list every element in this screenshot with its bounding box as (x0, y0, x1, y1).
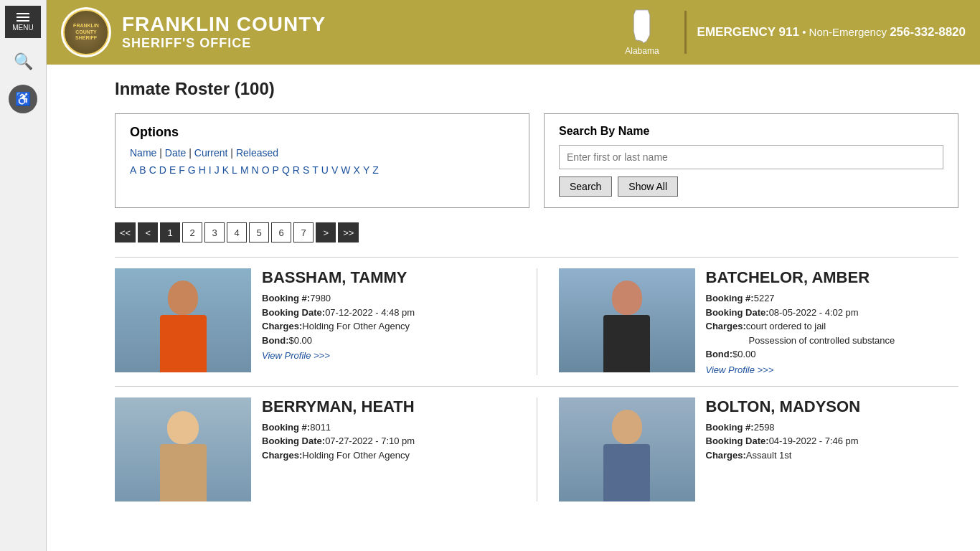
search-icon: 🔍 (14, 52, 33, 71)
inmate-charges: Charges:Holding For Other Agency (262, 319, 515, 334)
alpha-p[interactable]: P (273, 164, 279, 176)
card-divider (537, 397, 537, 501)
card-divider (537, 268, 537, 375)
search-icon-button[interactable]: 🔍 (5, 45, 41, 77)
inmate-photo-batchelor (559, 268, 695, 372)
main-content: Inmate Roster (100) Options Name | Date … (93, 65, 980, 551)
inmate-booking-date: Booking Date:07-27-2022 - 7:10 pm (262, 434, 515, 448)
inmate-booking-number: Booking #:2598 (706, 420, 959, 435)
page-4-button[interactable]: 4 (227, 222, 247, 242)
filter-date-link[interactable]: Date (165, 147, 187, 159)
inmate-list: BASSHAM, TAMMY Booking #:7980 Booking Da… (115, 257, 958, 512)
inmate-info-bassham: BASSHAM, TAMMY Booking #:7980 Booking Da… (262, 268, 515, 375)
alpha-k[interactable]: K (222, 164, 229, 176)
alpha-g[interactable]: G (188, 164, 196, 176)
alpha-m[interactable]: M (240, 164, 249, 176)
inmate-charges-2: Possession of controlled substance (706, 334, 959, 348)
agency-logo: FRANKLINCOUNTYSHERIFF (61, 7, 111, 57)
alpha-l[interactable]: L (232, 164, 237, 176)
page-title: Inmate Roster (100) (115, 79, 958, 99)
alpha-z[interactable]: Z (372, 164, 379, 176)
inmate-charges: Charges:Assault 1st (706, 448, 959, 463)
options-title: Options (130, 125, 514, 140)
header: FRANKLINCOUNTYSHERIFF FRANKLIN COUNTY SH… (47, 0, 980, 65)
alpha-j[interactable]: J (215, 164, 220, 176)
page-6-button[interactable]: 6 (271, 222, 291, 242)
alpha-q[interactable]: Q (282, 164, 290, 176)
sidebar: MENU 🔍 ♿ (0, 0, 47, 551)
inmate-booking-number: Booking #:8011 (262, 420, 515, 435)
inmate-info-bolton: BOLTON, MADYSON Booking #:2598 Booking D… (706, 397, 959, 501)
accessibility-button[interactable]: ♿ (9, 85, 37, 113)
search-by-name-title: Search By Name (559, 125, 943, 138)
inmate-row: BASSHAM, TAMMY Booking #:7980 Booking Da… (115, 257, 958, 386)
accessibility-icon: ♿ (15, 91, 31, 107)
non-emergency-number: 256-332-8820 (890, 25, 966, 39)
show-all-button[interactable]: Show All (618, 176, 678, 197)
inmate-profile-link[interactable]: View Profile >>> (706, 364, 959, 375)
alpha-o[interactable]: O (262, 164, 270, 176)
alpha-u[interactable]: U (321, 164, 329, 176)
alpha-n[interactable]: N (252, 164, 259, 176)
alpha-e[interactable]: E (169, 164, 176, 176)
alpha-x[interactable]: X (354, 164, 360, 176)
inmate-bond: Bond:$0.00 (706, 347, 959, 362)
page-1-button[interactable]: 1 (160, 222, 180, 242)
inmate-booking-date: Booking Date:04-19-2022 - 7:46 pm (706, 434, 959, 448)
inmate-charges: Charges:Holding For Other Agency (262, 448, 515, 463)
inmate-photo-berryman (115, 397, 251, 501)
alpha-w[interactable]: W (341, 164, 350, 176)
alpha-t[interactable]: T (312, 164, 319, 176)
logo-circle: FRANKLINCOUNTYSHERIFF (63, 9, 109, 55)
menu-button[interactable]: MENU (5, 6, 41, 38)
page-next-button[interactable]: > (316, 222, 336, 242)
state-indicator: Alabama (625, 9, 659, 56)
alpha-s[interactable]: S (303, 164, 309, 176)
filter-current-link[interactable]: Current (194, 147, 228, 159)
page-2-button[interactable]: 2 (182, 222, 202, 242)
page-7-button[interactable]: 7 (293, 222, 314, 242)
search-button[interactable]: Search (559, 176, 612, 197)
header-divider (684, 11, 687, 54)
header-title: FRANKLIN COUNTY SHERIFF'S OFFICE (122, 14, 611, 51)
page-first-button[interactable]: << (115, 222, 136, 242)
alpha-a[interactable]: A (130, 164, 136, 176)
alpha-y[interactable]: Y (363, 164, 369, 176)
search-buttons: Search Show All (559, 176, 943, 197)
inmate-name: BATCHELOR, AMBER (706, 268, 959, 287)
alpha-i[interactable]: I (209, 164, 212, 176)
alpha-v[interactable]: V (331, 164, 338, 176)
inmate-booking-date: Booking Date:08-05-2022 - 4:02 pm (706, 306, 959, 320)
inmate-name: BOLTON, MADYSON (706, 397, 959, 416)
inmate-charges: Charges:court ordered to jail (706, 319, 959, 334)
alpha-f[interactable]: F (179, 164, 185, 176)
pagination: << < 1 2 3 4 5 6 7 > >> (115, 222, 958, 242)
alpha-h[interactable]: H (199, 164, 206, 176)
filter-name-link[interactable]: Name (130, 147, 156, 159)
alpha-b[interactable]: B (139, 164, 146, 176)
alpha-r[interactable]: R (293, 164, 300, 176)
state-label: Alabama (625, 46, 659, 56)
search-input[interactable] (559, 145, 943, 169)
options-search-row: Options Name | Date | Current | Released… (115, 113, 958, 208)
inmate-booking-number: Booking #:5227 (706, 291, 959, 306)
search-box: Search By Name Search Show All (544, 113, 958, 208)
inmate-info-batchelor: BATCHELOR, AMBER Booking #:5227 Booking … (706, 268, 959, 375)
inmate-booking-number: Booking #:7980 (262, 291, 515, 306)
inmate-profile-link[interactable]: View Profile >>> (262, 350, 515, 361)
alpha-d[interactable]: D (159, 164, 166, 176)
inmate-photo-bolton (559, 397, 695, 501)
menu-label: MENU (12, 24, 33, 32)
page-3-button[interactable]: 3 (204, 222, 225, 242)
inmate-row: BERRYMAN, HEATH Booking #:8011 Booking D… (115, 386, 958, 512)
page-last-button[interactable]: >> (338, 222, 359, 242)
non-emergency-label: Non-Emergency (809, 26, 887, 38)
alpha-c[interactable]: C (149, 164, 156, 176)
filter-links: Name | Date | Current | Released (130, 147, 514, 159)
filter-released-link[interactable]: Released (236, 147, 278, 159)
inmate-card-batchelor: BATCHELOR, AMBER Booking #:5227 Booking … (559, 268, 959, 375)
page-5-button[interactable]: 5 (249, 222, 269, 242)
inmate-card-berryman: BERRYMAN, HEATH Booking #:8011 Booking D… (115, 397, 515, 501)
separator: • (802, 26, 806, 38)
page-prev-button[interactable]: < (138, 222, 158, 242)
